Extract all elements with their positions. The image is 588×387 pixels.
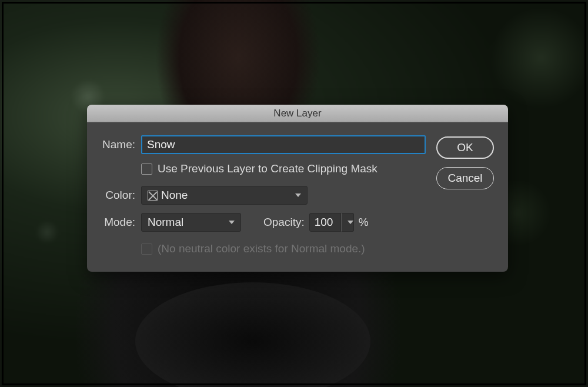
chevron-down-icon: [229, 221, 235, 224]
clipping-mask-row: Use Previous Layer to Create Clipping Ma…: [141, 162, 426, 175]
neutral-label: (No neutral color exists for Normal mode…: [158, 242, 365, 255]
opacity-group: Opacity: %: [263, 213, 369, 232]
new-layer-dialog: New Layer Name: Use Previous Layer to Cr…: [87, 105, 508, 272]
cancel-button[interactable]: Cancel: [436, 167, 494, 189]
name-row: Name:: [101, 135, 426, 154]
color-label: Color:: [101, 189, 141, 202]
clipping-mask-label: Use Previous Layer to Create Clipping Ma…: [158, 162, 377, 175]
mode-row: Mode: Normal Opacity: %: [101, 213, 426, 232]
cancel-label: Cancel: [447, 172, 482, 185]
name-input[interactable]: [141, 135, 426, 154]
dialog-buttons: OK Cancel: [436, 135, 494, 255]
mode-label: Mode:: [101, 216, 141, 229]
opacity-stepper[interactable]: [341, 213, 354, 232]
ok-button[interactable]: OK: [436, 136, 494, 159]
opacity-input[interactable]: [309, 213, 341, 232]
opacity-unit: %: [359, 216, 369, 229]
color-row: Color: None: [101, 186, 426, 205]
opacity-label: Opacity:: [263, 216, 305, 229]
chevron-down-icon: [348, 221, 353, 224]
dialog-form: Name: Use Previous Layer to Create Clipp…: [101, 135, 426, 255]
dialog-title: New Layer: [273, 108, 321, 119]
name-label: Name:: [101, 138, 141, 151]
mode-value: Normal: [148, 216, 183, 229]
dialog-body: Name: Use Previous Layer to Create Clipp…: [87, 122, 508, 272]
chevron-down-icon: [295, 194, 301, 197]
neutral-checkbox: [141, 243, 152, 255]
mode-select[interactable]: Normal: [141, 213, 241, 232]
dialog-titlebar[interactable]: New Layer: [87, 105, 508, 122]
none-swatch-icon: [148, 191, 158, 201]
color-select[interactable]: None: [141, 186, 308, 205]
clipping-mask-checkbox[interactable]: [141, 164, 152, 175]
color-value: None: [161, 189, 188, 202]
neutral-row: (No neutral color exists for Normal mode…: [141, 242, 426, 255]
ok-label: OK: [457, 141, 473, 154]
